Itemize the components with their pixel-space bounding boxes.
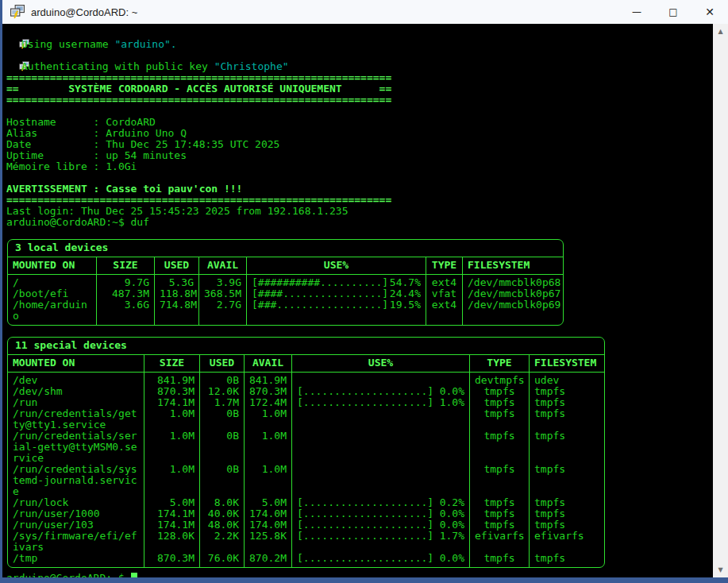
cell-type: ext4 bbox=[426, 275, 463, 288]
cell-size: 841.9M bbox=[144, 373, 200, 386]
command-line: arduino@CordoARD:~$ duf bbox=[6, 217, 713, 228]
usage-bar: [....................] bbox=[297, 553, 433, 564]
blank-line bbox=[6, 326, 713, 337]
usage-percent: 0.0% bbox=[440, 508, 464, 519]
terminal-content: Using username "arduino". Authenticating… bbox=[2, 24, 713, 577]
cell-used: 48.0K bbox=[200, 519, 245, 531]
host-info-line: Date : Thu Dec 25 17:48:35 UTC 2025 bbox=[6, 139, 713, 150]
cell-avail: 1.0M bbox=[245, 430, 292, 464]
host-info-line: Mémoire libre : 1.0Gi bbox=[6, 161, 713, 172]
cell-avail: 368.5M bbox=[199, 288, 247, 299]
putty-icon bbox=[10, 5, 25, 19]
cell-used: 40.0K bbox=[200, 508, 245, 519]
cell-use-percent: [....................]0.0% bbox=[292, 519, 470, 531]
cell-use-percent: [....................]0.0% bbox=[292, 508, 470, 519]
cell-filesystem: tmpfs bbox=[530, 397, 604, 408]
usage-percent: 1.0% bbox=[440, 397, 464, 408]
column-header: SIZE bbox=[97, 257, 155, 275]
cell-type: tmpfs bbox=[470, 497, 530, 508]
blank-line bbox=[6, 228, 713, 239]
usage-percent: 19.5% bbox=[390, 299, 421, 322]
usage-percent: 0.2% bbox=[440, 497, 464, 508]
close-button[interactable]: ✕ bbox=[691, 0, 728, 24]
cell-avail: 1.0M bbox=[245, 408, 292, 430]
cell-filesystem: udev bbox=[530, 373, 604, 386]
cell-avail: 125.8K bbox=[245, 531, 292, 553]
column-header: SIZE bbox=[144, 355, 200, 373]
usage-percent: 0.0% bbox=[440, 553, 464, 564]
cell-filesystem: tmpfs bbox=[530, 553, 604, 567]
cell-type: tmpfs bbox=[470, 464, 530, 497]
usage-bar: [....................] bbox=[297, 531, 433, 553]
cell-mounted-on: /run bbox=[8, 397, 144, 408]
terminal-screen[interactable]: Using username "arduino". Authenticating… bbox=[2, 24, 728, 577]
cell-filesystem: efivarfs bbox=[530, 531, 604, 553]
cell-used: 118.8M bbox=[155, 288, 199, 299]
column-header: USED bbox=[200, 355, 245, 373]
cell-size: 128.0K bbox=[144, 531, 200, 553]
usage-bar: [####................] bbox=[252, 288, 388, 299]
cell-mounted-on: /run/user/1000 bbox=[8, 508, 144, 519]
cell-mounted-on: / bbox=[8, 275, 97, 288]
duf-local-devices-table: 3 local devicesMOUNTED ONSIZEUSEDAVAILUS… bbox=[6, 239, 713, 326]
cell-used: 2.2K bbox=[200, 531, 245, 553]
scrollbar[interactable]: ▲ ▼ bbox=[713, 24, 728, 577]
cell-use-percent: [###.................]19.5% bbox=[247, 299, 426, 325]
cell-size: 174.1M bbox=[144, 397, 200, 408]
table-grid: MOUNTED ONSIZEUSEDAVAILUSE%TYPEFILESYSTE… bbox=[8, 257, 563, 325]
cell-used: 0B bbox=[200, 373, 245, 386]
cell-size: 174.1M bbox=[144, 508, 200, 519]
cell-type: vfat bbox=[426, 288, 463, 299]
column-header: FILESYSTEM bbox=[530, 355, 604, 373]
login-text-segment: "arduino". bbox=[114, 38, 176, 50]
duf-table: 3 local devicesMOUNTED ONSIZEUSEDAVAILUS… bbox=[7, 239, 564, 326]
maximize-button[interactable]: □ bbox=[655, 0, 691, 24]
usage-percent: 1.7% bbox=[440, 531, 464, 553]
cell-filesystem: tmpfs bbox=[530, 464, 604, 497]
cell-avail: 870.3M bbox=[245, 386, 292, 397]
cell-size: 1.0M bbox=[144, 430, 200, 464]
host-info-block: Hostname : CordoARDAlias : Arduino Uno Q… bbox=[6, 117, 713, 172]
cell-used: 714.8M bbox=[155, 299, 199, 325]
banner-separator: ========================================… bbox=[6, 195, 713, 206]
login-messages: Using username "arduino". Authenticating… bbox=[6, 28, 713, 72]
cell-type: tmpfs bbox=[470, 408, 530, 430]
usage-percent: 24.4% bbox=[390, 288, 421, 299]
usage-bar: [....................] bbox=[297, 497, 433, 508]
cell-mounted-on: /run/lock bbox=[8, 497, 144, 508]
scrollbar-down-icon[interactable]: ▼ bbox=[718, 562, 722, 577]
cell-use-percent: [....................]1.0% bbox=[292, 397, 470, 408]
table-grid: MOUNTED ONSIZEUSEDAVAILUSE%TYPEFILESYSTE… bbox=[8, 355, 604, 567]
cell-mounted-on: /run/credentials/serial-getty@ttyMSM0.se… bbox=[8, 430, 144, 464]
cell-type: tmpfs bbox=[470, 386, 530, 397]
cell-filesystem: tmpfs bbox=[530, 497, 604, 508]
cell-type: devtmpfs bbox=[470, 373, 530, 386]
cell-mounted-on: /tmp bbox=[8, 553, 144, 567]
cell-filesystem: /dev/mmcblk0p67 bbox=[463, 288, 563, 299]
cell-mounted-on: /dev/shm bbox=[8, 386, 144, 397]
cell-size: 174.1M bbox=[144, 519, 200, 531]
usage-bar: [....................] bbox=[297, 508, 433, 519]
cell-size: 487.3M bbox=[97, 288, 155, 299]
column-header: TYPE bbox=[470, 355, 530, 373]
blank-line bbox=[6, 106, 713, 117]
cell-type: tmpfs bbox=[470, 553, 530, 567]
cell-filesystem: /dev/mmcblk0p68 bbox=[463, 275, 563, 288]
cell-used: 76.0K bbox=[200, 553, 245, 567]
login-line: Authenticating with public key "Christop… bbox=[6, 50, 713, 72]
column-header: MOUNTED ON bbox=[8, 257, 97, 275]
cell-filesystem: tmpfs bbox=[530, 430, 604, 464]
putty-window: arduino@CordoARD: ~ — □ ✕ Using username… bbox=[2, 0, 728, 577]
cell-size: 3.6G bbox=[97, 299, 155, 325]
cell-used: 0B bbox=[200, 464, 245, 497]
scrollbar-up-icon[interactable]: ▲ bbox=[718, 24, 722, 39]
cell-filesystem: tmpfs bbox=[530, 508, 604, 519]
column-header: FILESYSTEM bbox=[463, 257, 563, 275]
banner-separator: ========================================… bbox=[6, 95, 713, 106]
banner-title: == SYSTÈME CORDOARD - ACCÈS AUTORISÉ UNI… bbox=[6, 83, 713, 95]
usage-percent: 0.0% bbox=[440, 519, 464, 531]
minimize-button[interactable]: — bbox=[618, 0, 655, 24]
cell-mounted-on: /dev bbox=[8, 373, 144, 386]
login-line: Using username "arduino". bbox=[6, 28, 713, 50]
cell-filesystem: tmpfs bbox=[530, 386, 604, 397]
